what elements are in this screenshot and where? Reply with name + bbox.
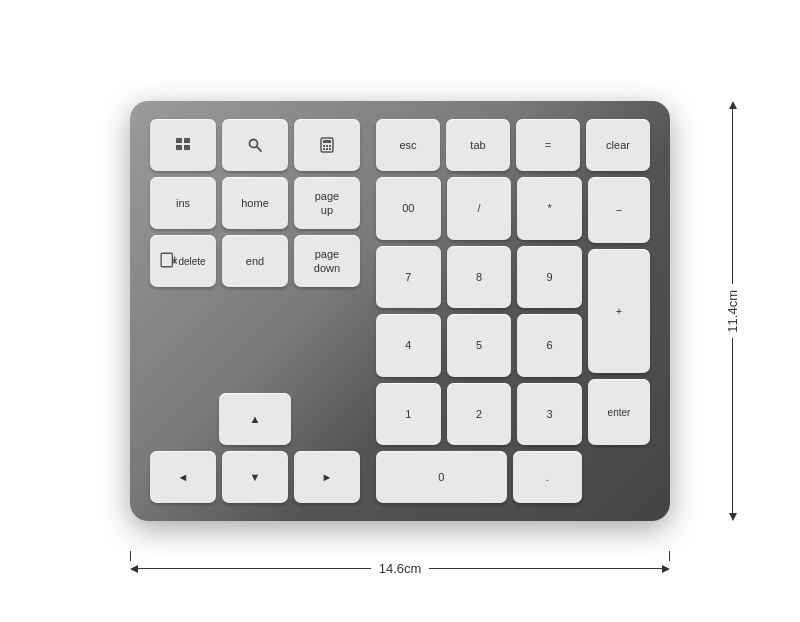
- windows-icon-key[interactable]: [150, 119, 216, 171]
- divide-key[interactable]: /: [447, 177, 512, 240]
- search-key[interactable]: [222, 119, 288, 171]
- seven-key[interactable]: 7: [376, 246, 441, 309]
- three-key[interactable]: 3: [517, 383, 582, 446]
- right-bottom-row: 0 .: [376, 451, 650, 503]
- up-arrow-key[interactable]: ▲: [219, 393, 290, 445]
- svg-rect-10: [329, 145, 331, 147]
- svg-rect-9: [326, 145, 328, 147]
- bottom-line-left: [138, 568, 371, 569]
- minus-key[interactable]: −: [588, 177, 650, 243]
- right-arrow-key[interactable]: ►: [294, 451, 360, 503]
- six-key[interactable]: 6: [517, 314, 582, 377]
- svg-rect-13: [329, 148, 331, 150]
- right-row-1: esc tab = clear: [376, 119, 650, 171]
- bottom-line-right: [429, 568, 662, 569]
- scene: ins home pageup delete: [130, 101, 670, 521]
- numpad-col3: * 9 6 3: [517, 177, 582, 445]
- equals-key[interactable]: =: [516, 119, 580, 171]
- eight-key[interactable]: 8: [447, 246, 512, 309]
- arrow-right: [662, 565, 670, 573]
- four-key[interactable]: 4: [376, 314, 441, 377]
- two-key[interactable]: 2: [447, 383, 512, 446]
- esc-key[interactable]: esc: [376, 119, 440, 171]
- svg-rect-2: [176, 145, 182, 150]
- right-line-bottom: [732, 338, 733, 513]
- svg-rect-1: [184, 138, 190, 143]
- width-label: 14.6cm: [379, 561, 422, 576]
- left-row-2: ins home pageup: [150, 177, 360, 229]
- down-arrow-key[interactable]: ▼: [222, 451, 288, 503]
- height-dimension: 11.4cm: [725, 101, 740, 521]
- svg-rect-0: [176, 138, 182, 143]
- right-line-top: [732, 109, 733, 284]
- svg-rect-14: [162, 253, 173, 267]
- ins-key[interactable]: ins: [150, 177, 216, 229]
- svg-rect-11: [323, 148, 325, 150]
- width-dimension: 14.6cm: [130, 551, 670, 576]
- tab-key[interactable]: tab: [446, 119, 510, 171]
- page-up-key[interactable]: pageup: [294, 177, 360, 229]
- double-zero-key[interactable]: 00: [376, 177, 441, 240]
- svg-rect-7: [323, 140, 331, 143]
- tick-left: [130, 551, 131, 561]
- numpad-col2: / 8 5 2: [447, 177, 512, 445]
- svg-rect-3: [184, 145, 190, 150]
- one-key[interactable]: 1: [376, 383, 441, 446]
- dim-ticks: [130, 551, 670, 561]
- left-row-1: [150, 119, 360, 171]
- dim-line-row: 14.6cm: [130, 561, 670, 576]
- left-row-4: ▲: [150, 393, 360, 445]
- home-key[interactable]: home: [222, 177, 288, 229]
- calculator-key[interactable]: [294, 119, 360, 171]
- enter-key[interactable]: enter: [588, 379, 650, 445]
- svg-rect-8: [323, 145, 325, 147]
- svg-rect-12: [326, 148, 328, 150]
- right-section: esc tab = clear 00 7 4 1 /: [376, 119, 650, 503]
- tick-right: [669, 551, 670, 561]
- end-key[interactable]: end: [222, 235, 288, 287]
- keyboard-inner: ins home pageup delete: [150, 119, 650, 503]
- keyboard-body: ins home pageup delete: [130, 101, 670, 521]
- height-label: 11.4cm: [725, 290, 740, 333]
- arrow-top: [729, 101, 737, 109]
- page-down-key[interactable]: pagedown: [294, 235, 360, 287]
- numpad-right-col: − + enter: [588, 177, 650, 445]
- left-row-5: ◄ ▼ ►: [150, 451, 360, 503]
- numpad-col1: 00 7 4 1: [376, 177, 441, 445]
- left-row-3: delete end pagedown: [150, 235, 360, 287]
- clear-key[interactable]: clear: [586, 119, 650, 171]
- numpad-area: 00 7 4 1 / 8 5 2 * 9 6: [376, 177, 650, 445]
- delete-key[interactable]: delete: [150, 235, 216, 287]
- svg-line-5: [257, 147, 261, 151]
- nine-key[interactable]: 9: [517, 246, 582, 309]
- five-key[interactable]: 5: [447, 314, 512, 377]
- multiply-key[interactable]: *: [517, 177, 582, 240]
- plus-key[interactable]: +: [588, 249, 650, 373]
- zero-key[interactable]: 0: [376, 451, 507, 503]
- arrow-left: [130, 565, 138, 573]
- dot-key[interactable]: .: [513, 451, 582, 503]
- left-arrow-key[interactable]: ◄: [150, 451, 216, 503]
- left-section: ins home pageup delete: [150, 119, 360, 503]
- arrow-bottom: [729, 513, 737, 521]
